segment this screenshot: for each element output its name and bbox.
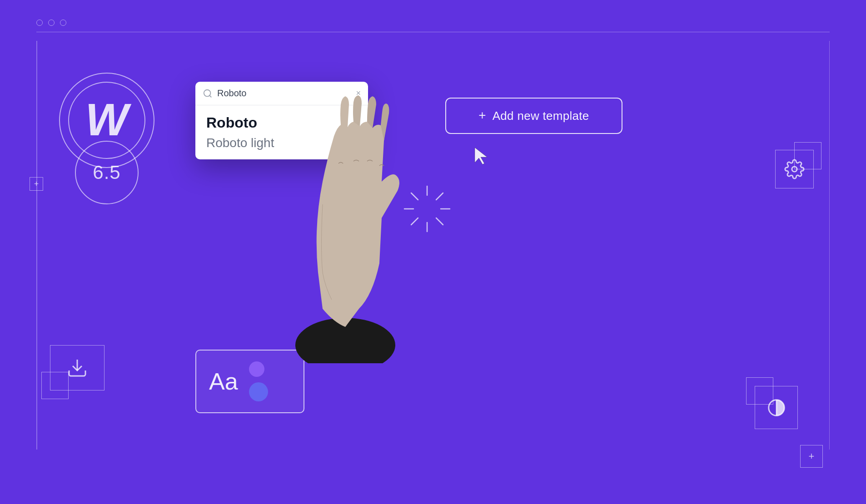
search-clear-button[interactable]: × <box>356 89 361 98</box>
aa-text: Aa <box>209 368 238 395</box>
font-search-panel: Roboto × Roboto Roboto light <box>195 82 368 159</box>
browser-dot-3 <box>60 20 66 26</box>
color-dot-blue <box>249 382 268 401</box>
browser-dot-2 <box>48 20 55 26</box>
font-result-roboto-light[interactable]: Roboto light <box>206 136 357 150</box>
download-icon[interactable] <box>66 357 88 379</box>
browser-bar <box>36 32 830 33</box>
wp-letter: W <box>85 97 128 142</box>
browser-dot-1 <box>36 20 43 26</box>
download-outer-box <box>50 345 105 390</box>
svg-line-1 <box>209 95 211 97</box>
gear-outer-box <box>775 150 814 188</box>
gear-area <box>775 150 814 188</box>
left-plus-button[interactable]: + <box>30 177 43 191</box>
search-icon <box>203 89 213 99</box>
svg-line-7 <box>411 193 418 200</box>
contrast-box-inner <box>746 377 773 405</box>
svg-line-9 <box>436 193 443 200</box>
burst-decoration <box>395 177 450 232</box>
wp-version-circle: 6.5 <box>75 141 139 204</box>
gear-inner-box <box>794 142 821 169</box>
wordpress-logo-area: W 6.5 <box>59 73 154 168</box>
svg-line-8 <box>436 218 443 225</box>
search-input-row: Roboto × <box>195 82 368 105</box>
color-dot-purple <box>249 361 264 377</box>
font-list: Roboto Roboto light <box>195 105 368 159</box>
cursor-arrow <box>473 145 491 168</box>
color-dots <box>249 361 268 401</box>
font-result-roboto[interactable]: Roboto <box>206 114 357 131</box>
right-vertical-line <box>829 41 830 450</box>
wp-version-text: 6.5 <box>93 162 120 183</box>
add-new-template-button[interactable]: + Add new template <box>445 98 622 134</box>
download-inner-box <box>41 372 69 399</box>
left-vertical-line <box>36 41 37 450</box>
add-template-plus-icon: + <box>478 109 486 122</box>
aa-panel: Aa <box>195 350 304 413</box>
svg-point-0 <box>204 89 211 96</box>
search-input-value: Roboto <box>217 88 351 99</box>
add-template-label: Add new template <box>493 109 589 123</box>
browser-dots <box>36 20 66 26</box>
contrast-box-outer <box>755 386 798 429</box>
svg-line-10 <box>411 218 418 225</box>
download-area <box>50 345 105 390</box>
bottom-right-plus-button[interactable]: + <box>800 445 823 468</box>
